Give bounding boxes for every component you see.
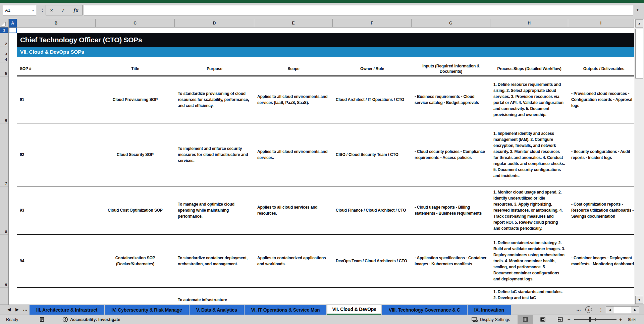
hscroll-left-icon[interactable]: ◀ [606, 307, 614, 313]
cell-purpose-91[interactable]: To standardize provisioning of cloud res… [175, 76, 254, 123]
cell-title-91[interactable]: Cloud Provisioning SOP [96, 76, 175, 123]
table-header-scope[interactable]: Scope [254, 62, 333, 76]
column-header-C[interactable]: C [96, 19, 175, 27]
insert-function-icon[interactable]: ƒx [73, 8, 78, 13]
row-header-5[interactable]: 5 [0, 62, 8, 76]
cell-inputs-93[interactable]: - Cloud usage reports - Billing statemen… [412, 186, 490, 235]
cell-scope-partial[interactable] [254, 288, 333, 305]
row-header-1[interactable]: 1 [0, 28, 8, 33]
cell-sop-partial[interactable] [17, 288, 96, 305]
name-box[interactable]: A1 ▾ [3, 5, 36, 15]
row-header-4[interactable]: 4 [0, 57, 8, 62]
add-sheet-icon[interactable]: + [585, 306, 592, 313]
sheet-tab-iii-architecture-infrastruct[interactable]: III. Architecture & Infrastruct [30, 305, 104, 315]
cell-inputs-91[interactable]: - Business requirements - Cloud service … [412, 76, 490, 123]
cell-purpose-94[interactable]: To standardize container deployment, orc… [175, 235, 254, 288]
column-header-E[interactable]: E [254, 19, 333, 27]
column-header-H[interactable]: H [490, 19, 568, 27]
column-header-G[interactable]: G [412, 19, 490, 27]
selected-cell-a1[interactable] [9, 28, 17, 33]
cell-process-92[interactable]: 1. Implement identity and access managem… [490, 123, 568, 186]
cell-scope-92[interactable]: Applies to all cloud environments and se… [254, 123, 333, 186]
sheet-title-cell[interactable]: Chief Technology Officer (CTO) SOPs [17, 33, 634, 47]
cell-process-94[interactable]: 1. Define containerization strategy. 2. … [490, 235, 568, 288]
zoom-in-icon[interactable]: + [619, 315, 622, 324]
cell-inputs-94[interactable]: - Application specifications - Container… [412, 235, 490, 288]
table-header-sop[interactable]: SOP # [17, 62, 96, 76]
select-all-corner[interactable] [0, 19, 9, 28]
cell-title-94[interactable]: Containerization SOP (Docker/Kubernetes) [96, 235, 175, 288]
table-header-outputs[interactable]: Outputs / Deliverables [568, 62, 634, 76]
sheet-tab-viii-technology-governance-c[interactable]: VIII. Technology Governance & C [382, 305, 467, 315]
column-header-I[interactable]: I [568, 19, 634, 27]
cell-scope-93[interactable]: Applies to all cloud services and resour… [254, 186, 333, 235]
cell-sop-93[interactable]: 93 [17, 186, 96, 235]
column-header-A[interactable]: A [9, 19, 17, 27]
cell-scope-91[interactable]: Applies to all cloud environments and se… [254, 76, 333, 123]
sheet-tab-vi-it-operations-service-man[interactable]: VI. IT Operations & Service Man [245, 305, 327, 315]
row-header-2[interactable]: 2 [0, 33, 8, 47]
sheet-subtitle-cell[interactable]: VII. Cloud & DevOps SOPs [17, 47, 634, 57]
row-header-3[interactable]: 3 [0, 47, 8, 57]
sheet-tab-iv-cybersecurity-risk-manage[interactable]: IV. Cybersecurity & Risk Manage [105, 305, 189, 315]
chevron-down-icon[interactable]: ▾ [32, 8, 34, 12]
scroll-down-icon[interactable]: ▼ [635, 296, 643, 304]
formula-input[interactable] [84, 5, 633, 15]
cell-inputs-partial[interactable] [412, 288, 490, 305]
macro-record-icon[interactable] [40, 315, 45, 324]
cell-process-91[interactable]: 1. Define resource requirements and sizi… [490, 76, 568, 123]
row-header-8[interactable]: 8 [0, 186, 8, 235]
formula-bar-expand-icon[interactable]: ▾ [637, 8, 639, 12]
hidden-tabs-left-ellipsis[interactable]: … [23, 306, 28, 312]
sheet-tab-vii-cloud-devops[interactable]: VII. Cloud & DevOps [327, 305, 381, 315]
cell-sop-91[interactable]: 91 [17, 76, 96, 123]
cell-purpose-92[interactable]: To implement and enforce security measur… [175, 123, 254, 186]
cell-outputs-94[interactable]: - Container images - Deployment manifest… [568, 235, 634, 288]
sheet-tab-ix-innovation[interactable]: IX. Innovation [468, 305, 511, 315]
page-layout-view-button[interactable] [535, 315, 550, 324]
zoom-level[interactable]: 85% [628, 315, 636, 324]
cell-purpose-93[interactable]: To manage and optimize cloud spending wh… [175, 186, 254, 235]
cell-title-93[interactable]: Cloud Cost Optimization SOP [96, 186, 175, 235]
row-header-9[interactable]: 9 [0, 235, 8, 288]
table-header-inputs[interactable]: Inputs (Required Information & Documents… [412, 62, 490, 76]
cell-owner-partial[interactable] [333, 288, 412, 305]
cell-owner-94[interactable]: DevOps Team / Cloud Architects / CTO [333, 235, 412, 288]
tab-bar-more-icon[interactable]: ⋮ [598, 307, 603, 313]
zoom-slider-thumb[interactable] [589, 317, 591, 322]
cell-sop-94[interactable]: 94 [17, 235, 96, 288]
column-header-F[interactable]: F [333, 19, 412, 27]
cell-owner-93[interactable]: Cloud Finance / Cloud Architect / CTO [333, 186, 412, 235]
cell-inputs-92[interactable]: - Cloud security policies - Compliance r… [412, 123, 490, 186]
cell-process-partial[interactable]: 1. Define IaC standards and modules. 2. … [490, 288, 568, 305]
table-header-process[interactable]: Process Steps (Detailed Workflow) [490, 62, 568, 76]
column-header-B[interactable]: B [17, 19, 96, 27]
cell-owner-91[interactable]: Cloud Architect / IT Operations / CTO [333, 76, 412, 123]
enter-icon[interactable]: ✓ [61, 8, 65, 13]
cell-sop-92[interactable]: 92 [17, 123, 96, 186]
sheet-area[interactable]: Chief Technology Officer (CTO) SOPs VII.… [0, 28, 634, 305]
scroll-up-icon[interactable]: ▲ [635, 19, 643, 28]
table-header-purpose[interactable]: Purpose [175, 62, 254, 76]
table-header-title[interactable]: Title [96, 62, 175, 76]
hscroll-right-icon[interactable]: ▶ [631, 307, 639, 313]
zoom-out-icon[interactable]: − [568, 315, 571, 324]
accessibility-status-button[interactable]: Accessibility: Investigate [62, 315, 120, 324]
sheet-tab-v-data-analytics[interactable]: V. Data & Analytics [190, 305, 244, 315]
hidden-tabs-right-ellipsis[interactable]: … [576, 306, 581, 312]
cell-title-partial[interactable] [96, 288, 175, 305]
cell-scope-94[interactable]: Applies to containerized applications an… [254, 235, 333, 288]
cell-outputs-91[interactable]: - Provisioned cloud resources - Configur… [568, 76, 634, 123]
tab-scroll-right-icon[interactable]: ▶ [15, 307, 19, 312]
row-header-7[interactable]: 7 [0, 123, 8, 186]
table-header-owner[interactable]: Owner / Role [333, 62, 412, 76]
horizontal-scroll-thumb[interactable] [614, 307, 631, 313]
cell-outputs-92[interactable]: - Security configurations - Audit report… [568, 123, 634, 186]
cell-process-93[interactable]: 1. Monitor cloud usage and spend. 2. Ide… [490, 186, 568, 235]
more-options-icon[interactable]: ⋮ [40, 7, 45, 13]
cell-title-92[interactable]: Cloud Security SOP [96, 123, 175, 186]
cell-outputs-partial[interactable] [568, 288, 634, 305]
cell-purpose-partial[interactable]: To automate infrastructure [175, 288, 254, 305]
vertical-scroll-thumb[interactable] [635, 29, 643, 78]
tab-scroll-left-icon[interactable]: ◀ [7, 307, 11, 312]
